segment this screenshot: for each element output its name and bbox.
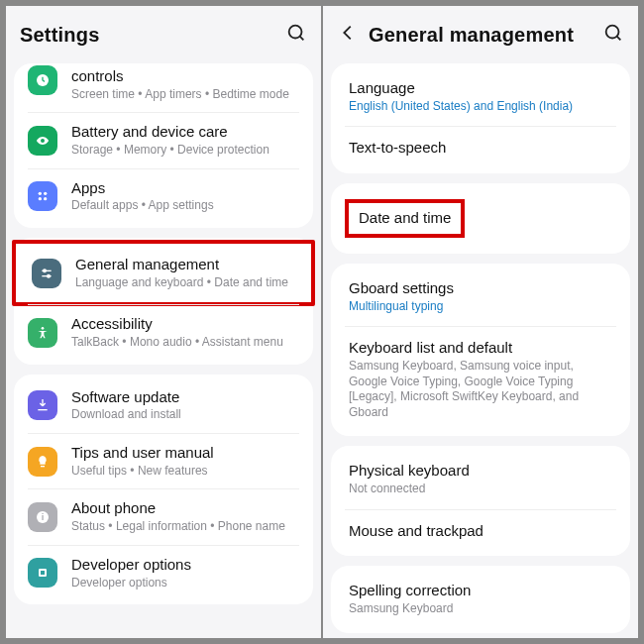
settings-general-management-label: General management <box>75 256 295 274</box>
settings-apps-sub: Default apps • App settings <box>71 198 299 214</box>
download-icon <box>28 390 57 420</box>
settings-accessibility[interactable]: AccessibilityTalkBack • Mono audio • Ass… <box>14 305 313 360</box>
gm-mouse-trackpad[interactable]: Mouse and trackpad <box>331 510 630 553</box>
gm-keyboard-list-sub: Samsung Keyboard, Samsung voice input, G… <box>349 359 612 420</box>
info-icon: i <box>28 502 57 532</box>
settings-title: Settings <box>20 24 100 47</box>
svg-point-5 <box>44 192 47 195</box>
settings-general-management-sub: Language and keyboard • Date and time <box>75 275 295 291</box>
settings-accessibility-label: Accessibility <box>71 315 299 334</box>
gm-gboard-settings-sub: Multilingual typing <box>349 299 612 315</box>
settings-battery-label: Battery and device care <box>71 123 299 142</box>
settings-about-phone-label: About phone <box>71 499 299 518</box>
battery-icon <box>28 126 57 156</box>
settings-software-update-label: Software update <box>71 388 299 407</box>
settings-controls-label: controls <box>71 67 299 86</box>
settings-tips[interactable]: Tips and user manualUseful tips • New fe… <box>14 434 313 488</box>
settings-apps-label: Apps <box>71 179 299 198</box>
svg-point-18 <box>606 26 619 39</box>
settings-controls[interactable]: controlsScreen time • App timers • Bedti… <box>14 67 313 112</box>
search-icon[interactable] <box>602 22 624 48</box>
gm-spelling-correction-label: Spelling correction <box>349 582 471 598</box>
gm-date-and-time[interactable]: Date and time <box>331 187 630 250</box>
svg-point-4 <box>39 192 42 195</box>
settings-accessibility-sub: TalkBack • Mono audio • Assistant menu <box>71 335 299 351</box>
svg-text:i: i <box>42 512 45 522</box>
back-icon[interactable] <box>337 22 359 48</box>
gm-keyboard-list[interactable]: Keyboard list and defaultSamsung Keyboar… <box>331 327 630 432</box>
settings-developer-options[interactable]: Developer optionsDeveloper options <box>14 546 313 600</box>
gm-keyboard-list-label: Keyboard list and default <box>349 339 512 356</box>
gm-language[interactable]: LanguageEnglish (United States) and Engl… <box>331 67 630 126</box>
svg-point-10 <box>44 269 47 272</box>
clock-icon <box>28 65 57 95</box>
gm-language-label: Language <box>349 79 415 96</box>
settings-about-phone-sub: Status • Legal information • Phone name <box>71 519 299 535</box>
gm-physical-keyboard-label: Physical keyboard <box>349 462 470 479</box>
svg-rect-17 <box>41 571 45 575</box>
gm-language-sub: English (United States) and English (Ind… <box>349 99 612 115</box>
gm-gboard-settings[interactable]: Gboard settingsMultilingual typing <box>331 268 630 326</box>
svg-point-0 <box>289 26 302 39</box>
tips-icon <box>28 447 57 477</box>
gm-text-to-speech[interactable]: Text-to-speech <box>331 127 630 169</box>
gm-physical-keyboard[interactable]: Physical keyboardNot connected <box>331 450 630 508</box>
svg-point-11 <box>48 274 51 277</box>
highlight-date-and-time: Date and time <box>345 199 465 238</box>
search-icon[interactable] <box>285 22 307 48</box>
gm-physical-keyboard-sub: Not connected <box>349 482 612 497</box>
settings-software-update-sub: Download and install <box>71 407 299 423</box>
settings-battery[interactable]: Battery and device careStorage • Memory … <box>14 113 313 167</box>
gm-gboard-settings-label: Gboard settings <box>349 279 454 296</box>
gm-spelling-correction[interactable]: Spelling correctionSamsung Keyboard <box>331 570 630 628</box>
settings-controls-sub: Screen time • App timers • Bedtime mode <box>71 87 299 103</box>
svg-point-7 <box>44 197 47 200</box>
settings-general-management[interactable]: General managementLanguage and keyboard … <box>18 246 309 300</box>
settings-developer-options-label: Developer options <box>71 556 299 575</box>
settings-battery-sub: Storage • Memory • Device protection <box>71 143 299 159</box>
svg-line-1 <box>300 37 304 41</box>
gm-date-and-time-label: Date and time <box>359 209 451 226</box>
gm-spelling-correction-sub: Samsung Keyboard <box>349 601 612 617</box>
gm-header: General management <box>323 6 638 63</box>
settings-tips-sub: Useful tips • New features <box>71 464 299 480</box>
svg-point-12 <box>42 327 45 330</box>
settings-about-phone[interactable]: iAbout phoneStatus • Legal information •… <box>14 489 313 544</box>
svg-point-6 <box>39 197 42 200</box>
gm-text-to-speech-label: Text-to-speech <box>349 139 446 156</box>
settings-header: Settings <box>6 6 321 63</box>
gm-title: General management <box>369 24 574 47</box>
settings-apps[interactable]: AppsDefault apps • App settings <box>14 169 313 224</box>
svg-rect-13 <box>41 466 45 467</box>
svg-line-19 <box>617 37 621 41</box>
settings-software-update[interactable]: Software updateDownload and install <box>14 378 313 433</box>
accessibility-icon <box>28 318 57 348</box>
highlight-general-management: General managementLanguage and keyboard … <box>12 240 315 306</box>
settings-tips-label: Tips and user manual <box>71 444 299 463</box>
svg-point-3 <box>41 139 45 143</box>
gm-mouse-trackpad-label: Mouse and trackpad <box>349 522 483 539</box>
sliders-icon <box>32 259 61 288</box>
apps-icon <box>28 181 57 211</box>
dev-icon <box>28 558 57 588</box>
settings-developer-options-sub: Developer options <box>71 576 299 591</box>
